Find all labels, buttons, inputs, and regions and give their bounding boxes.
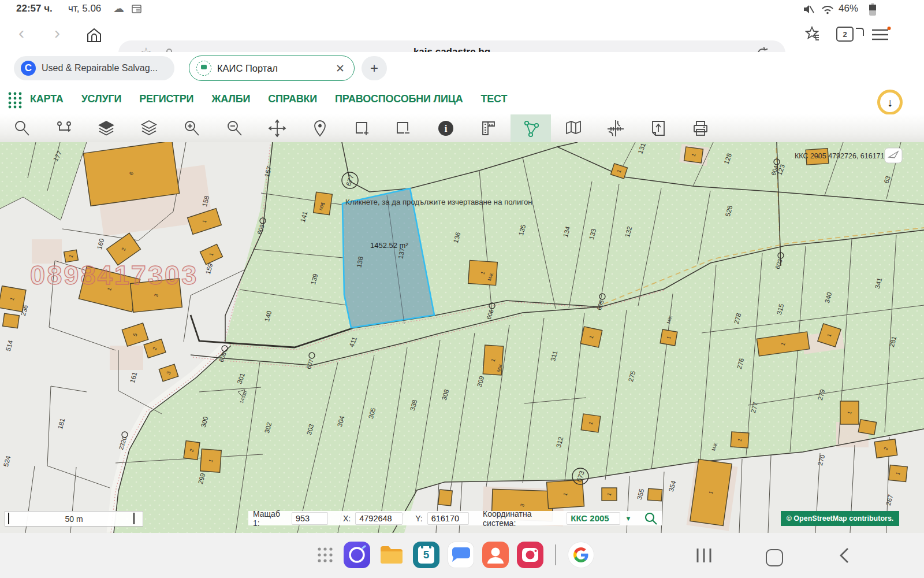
coordinate-readout: ККС 2005 4792726, 616171 [795,152,885,160]
tool-draw-polygon[interactable] [511,114,551,142]
forward-button[interactable]: › [54,23,60,43]
my-files-app[interactable] [378,542,405,568]
menu-spravki[interactable]: СПРАВКИ [268,93,317,105]
messages-app[interactable] [448,542,474,568]
y-label: Y: [415,514,422,523]
tab-strip: C Used & Repairable Salvag... КАИС Порта… [0,52,924,85]
apps-grid-icon[interactable] [7,91,24,109]
tool-export[interactable] [638,114,679,142]
x-input[interactable]: 4792648 [355,512,403,525]
battery-percent: 46% [839,3,858,14]
map-status-strip: Мащаб 1: 953 X: 4792648 Y: 616170 Коорди… [248,511,662,525]
menu-zhalbi[interactable]: ЖАЛБИ [211,93,250,105]
coord-search-icon[interactable] [644,512,657,525]
menu-button[interactable] [871,27,892,43]
menu-karta[interactable]: КАРТА [30,93,64,105]
menu-pravospobni-litsa[interactable]: ПРАВОСПОСОБНИ ЛИЦА [335,93,463,105]
app-drawer-button[interactable] [315,544,336,565]
menu-uslugi[interactable]: УСЛУГИ [81,93,122,105]
copart-favicon: C [21,61,36,76]
tool-search[interactable] [2,114,42,142]
home-button-android[interactable] [766,549,783,566]
crs-label: Координатна система: [483,509,562,528]
tool-route[interactable] [44,114,84,142]
samsung-internet-app[interactable] [344,542,370,568]
readout-copy-button[interactable] [885,148,902,163]
tab-used-repairable[interactable]: C Used & Repairable Salvag... [14,56,174,80]
wifi-icon [821,4,834,14]
cadastre-map[interactable]: 6112113152321111111111111121311117715714… [0,142,924,533]
google-app[interactable] [568,542,594,568]
tablet-screen: 22:57 ч. чт, 5.06 ☁ 46% ‹ › [0,0,924,578]
tool-info[interactable]: i [426,114,466,142]
crs-select[interactable]: ККС 2005 [567,512,620,525]
tab-label: Used & Repairable Salvag... [42,63,158,73]
y-input[interactable]: 616170 [427,512,469,525]
scale-input[interactable]: 953 [292,512,328,525]
tab-kais-portal[interactable]: КАИС Портал ✕ [189,55,355,81]
info-icon: i [437,120,454,137]
tool-pan[interactable] [257,114,297,142]
location-pin-icon [311,120,329,137]
bookmarks-button[interactable] [804,25,822,44]
tool-map-sheets[interactable] [553,114,594,142]
watermark-phone: 0898417303 [30,260,198,290]
tool-measure[interactable] [468,114,509,142]
weather-cloud-icon: ☁ [113,2,124,15]
browser-toolbar: ‹ › ☆ kais.cadastre.bg 2 [0,18,924,52]
print-icon [692,120,709,137]
new-tab-button[interactable]: + [362,56,387,80]
battery-icon [869,3,877,16]
tab-count: 2 [843,30,847,39]
scale-label: Мащаб 1: [253,509,287,528]
layers-icon [140,120,158,137]
status-bar: 22:57 ч. чт, 5.06 ☁ 46% [0,0,924,18]
map-building [438,490,453,506]
dock-divider [555,544,556,565]
contacts-app[interactable] [482,542,509,568]
camera-app[interactable] [517,542,543,568]
close-tab-icon[interactable]: ✕ [336,62,345,75]
tool-layers[interactable] [129,114,169,142]
tool-transform[interactable] [595,114,636,142]
back-button[interactable]: ‹ [18,23,24,43]
tab-label: КАИС Портал [217,63,278,74]
rect-minus-icon [394,120,412,137]
download-circle-button[interactable]: ↓ [877,90,903,115]
tool-zoom-in[interactable] [172,114,212,142]
tool-layers-top[interactable] [86,114,126,142]
mute-icon [803,4,814,14]
map-building [647,488,662,501]
recents-button[interactable] [693,546,716,565]
calendar-app[interactable]: 5 [413,542,439,568]
tabs-button[interactable]: 2 [836,27,854,42]
kais-favicon [196,61,211,76]
rect-plus-icon [353,120,371,137]
layers-filled-icon [98,120,115,137]
export-icon [650,120,666,137]
coordinate-transform-icon [606,119,625,138]
crs-dropdown-arrow[interactable]: ▼ [625,515,631,522]
polygon-area-label: 1452.52 m² [370,241,408,250]
map-building [3,313,20,328]
tool-zoom-rect-out[interactable] [383,114,423,142]
clock: 22:57 ч. [16,3,53,14]
osm-attribution: © OpenStreetMap contributors. [781,511,899,526]
menu-test[interactable]: ТЕСТ [481,93,508,105]
menu-items: КАРТА УСЛУГИ РЕГИСТРИ ЖАЛБИ СПРАВКИ ПРАВ… [30,93,507,105]
tool-print[interactable] [680,114,721,142]
ruler-icon [480,120,497,137]
map-canvas[interactable]: 6112113152321111111111111121311117715714… [0,142,924,533]
back-button-android[interactable] [836,546,854,565]
status-date: чт, 5.06 [68,3,101,14]
menu-registri[interactable]: РЕГИСТРИ [139,93,193,105]
draw-polygon-icon [521,119,540,138]
zoom-in-icon [183,120,200,137]
tool-locate[interactable] [300,114,340,142]
tool-zoom-out[interactable] [214,114,255,142]
tool-zoom-rect-in[interactable] [342,114,382,142]
yard-zone [110,346,143,370]
map-toolbar: i [0,114,924,143]
calendar-notification-icon [132,5,141,13]
home-button[interactable] [85,27,103,44]
